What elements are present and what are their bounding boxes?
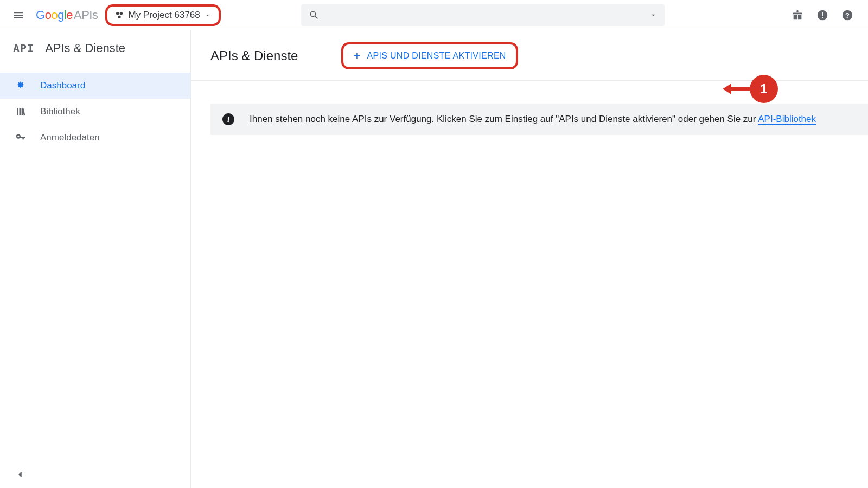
- arrow-left-icon: [723, 84, 731, 94]
- project-name: My Project 63768: [128, 10, 200, 21]
- project-selector[interactable]: My Project 63768: [105, 4, 220, 26]
- api-library-link[interactable]: API-Bibliothek: [758, 114, 816, 125]
- svg-text:?: ?: [845, 11, 850, 19]
- sidebar-section-label: APIs & Dienste: [45, 41, 125, 55]
- page-title: APIs & Dienste: [210, 48, 298, 63]
- sidebar-item-label: Anmeldedaten: [40, 132, 100, 143]
- sidebar-item-credentials[interactable]: Anmeldedaten: [0, 125, 190, 151]
- svg-point-1: [120, 12, 123, 15]
- sidebar-item-label: Bibliothek: [40, 106, 80, 117]
- chevron-down-icon: [205, 12, 211, 18]
- sidebar-item-label: Dashboard: [40, 80, 85, 91]
- google-apis-logo[interactable]: Google APIs: [36, 8, 98, 22]
- hamburger-menu-button[interactable]: [8, 4, 29, 26]
- sidebar-section-title: API APIs & Dienste: [0, 30, 190, 68]
- chevron-down-icon: [649, 11, 657, 19]
- header-actions: ?: [791, 9, 860, 22]
- info-text: Ihnen stehen noch keine APIs zur Verfügu…: [250, 114, 816, 125]
- collapse-sidebar-button[interactable]: [15, 470, 25, 479]
- alert-icon: [816, 9, 828, 21]
- library-icon: [15, 106, 26, 117]
- info-icon: i: [222, 113, 234, 125]
- svg-point-2: [118, 15, 121, 18]
- chevron-left-icon: [15, 470, 25, 479]
- menu-icon: [12, 9, 24, 21]
- svg-rect-8: [21, 472, 22, 477]
- help-button[interactable]: ?: [841, 9, 854, 22]
- credentials-icon: [15, 132, 26, 143]
- enable-apis-button[interactable]: + APIS UND DIENSTE AKTIVIEREN: [341, 42, 518, 69]
- project-icon: [115, 11, 124, 20]
- help-icon: ?: [841, 9, 853, 21]
- main-header: APIs & Dienste + APIS UND DIENSTE AKTIVI…: [191, 30, 868, 81]
- notifications-button[interactable]: [816, 9, 829, 22]
- gift-button[interactable]: [791, 9, 804, 22]
- svg-rect-4: [822, 12, 823, 16]
- sidebar: API APIs & Dienste Dashboard Bibliothek …: [0, 30, 191, 488]
- top-header: Google APIs My Project 63768 ?: [0, 0, 868, 30]
- plus-icon: +: [353, 49, 360, 63]
- sidebar-item-library[interactable]: Bibliothek: [0, 99, 190, 125]
- svg-rect-5: [822, 17, 823, 18]
- search-input[interactable]: [301, 4, 665, 26]
- api-logo-icon: API: [13, 42, 34, 55]
- main-content: APIs & Dienste + APIS UND DIENSTE AKTIVI…: [191, 30, 868, 488]
- svg-point-0: [116, 12, 119, 15]
- enable-apis-label: APIS UND DIENSTE AKTIVIEREN: [367, 51, 506, 61]
- search-icon: [309, 10, 320, 21]
- info-banner: i Ihnen stehen noch keine APIs zur Verfü…: [210, 104, 868, 135]
- dashboard-icon: [15, 80, 26, 91]
- sidebar-item-dashboard[interactable]: Dashboard: [0, 73, 190, 99]
- annotation-arrow: 1: [723, 75, 778, 103]
- gift-icon: [792, 9, 803, 21]
- annotation-badge: 1: [750, 75, 778, 103]
